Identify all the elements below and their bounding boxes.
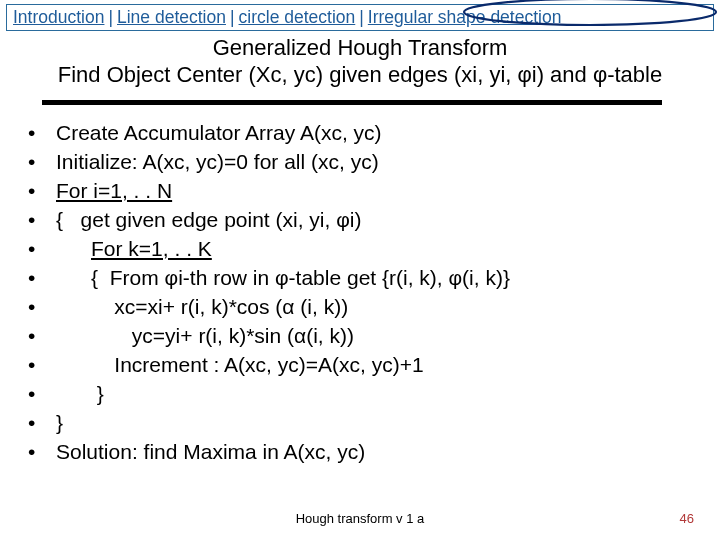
algorithm-line: • Increment : A(xc, yc)=A(xc, yc)+1: [24, 350, 696, 379]
algorithm-line: • xc=xi+ r(i, k)*cos (α (i, k)): [24, 292, 696, 321]
bullet-icon: •: [24, 292, 56, 321]
algorithm-line-text: For k=1, . . K: [56, 234, 696, 263]
title-line-1: Generalized Hough Transform: [0, 34, 720, 61]
footer-text: Hough transform v 1 a: [0, 511, 720, 526]
bullet-icon: •: [24, 263, 56, 292]
algorithm-line-text: { From φi-th row in φ-table get {r(i, k)…: [56, 263, 696, 292]
page-number: 46: [680, 511, 694, 526]
algorithm-line: • { From φi-th row in φ-table get {r(i, …: [24, 263, 696, 292]
algorithm-line-text: }: [56, 408, 696, 437]
algorithm-line-text: xc=xi+ r(i, k)*cos (α (i, k)): [56, 292, 696, 321]
title-line-2: Find Object Center (Xc, yc) given edges …: [0, 61, 720, 88]
breadcrumb: Introduction | Line detection | circle d…: [6, 4, 714, 31]
algorithm-line-text: For i=1, . . N: [56, 176, 696, 205]
algorithm-line-text: Solution: find Maxima in A(xc, yc): [56, 437, 696, 466]
bullet-icon: •: [24, 118, 56, 147]
horizontal-rule: [42, 100, 662, 105]
algorithm-line: •}: [24, 408, 696, 437]
bullet-icon: •: [24, 350, 56, 379]
algorithm-line: •Create Accumulator Array A(xc, yc): [24, 118, 696, 147]
algorithm-line-text: Initialize: A(xc, yc)=0 for all (xc, yc): [56, 147, 696, 176]
slide-title: Generalized Hough Transform Find Object …: [0, 34, 720, 88]
algorithm-body: •Create Accumulator Array A(xc, yc)•Init…: [24, 118, 696, 466]
nav-circle[interactable]: circle detection: [239, 7, 356, 28]
algorithm-line-text: { get given edge point (xi, yi, φi): [56, 205, 696, 234]
algorithm-line-text: yc=yi+ r(i, k)*sin (α(i, k)): [56, 321, 696, 350]
algorithm-line: •{ get given edge point (xi, yi, φi): [24, 205, 696, 234]
bullet-icon: •: [24, 147, 56, 176]
algorithm-line: •For i=1, . . N: [24, 176, 696, 205]
nav-line[interactable]: Line detection: [117, 7, 226, 28]
nav-sep: |: [230, 7, 235, 28]
bullet-icon: •: [24, 437, 56, 466]
nav-intro[interactable]: Introduction: [13, 7, 104, 28]
bullet-icon: •: [24, 379, 56, 408]
algorithm-line-text: Create Accumulator Array A(xc, yc): [56, 118, 696, 147]
bullet-icon: •: [24, 408, 56, 437]
algorithm-line: • }: [24, 379, 696, 408]
algorithm-line: • For k=1, . . K: [24, 234, 696, 263]
bullet-icon: •: [24, 234, 56, 263]
algorithm-line: •Solution: find Maxima in A(xc, yc): [24, 437, 696, 466]
algorithm-line-text: }: [56, 379, 696, 408]
bullet-icon: •: [24, 176, 56, 205]
bullet-icon: •: [24, 205, 56, 234]
algorithm-line: • yc=yi+ r(i, k)*sin (α(i, k)): [24, 321, 696, 350]
algorithm-line-text: Increment : A(xc, yc)=A(xc, yc)+1: [56, 350, 696, 379]
algorithm-line: •Initialize: A(xc, yc)=0 for all (xc, yc…: [24, 147, 696, 176]
nav-sep: |: [108, 7, 113, 28]
bullet-icon: •: [24, 321, 56, 350]
nav-irregular[interactable]: Irregular shape detection: [368, 7, 562, 28]
nav-sep: |: [359, 7, 364, 28]
